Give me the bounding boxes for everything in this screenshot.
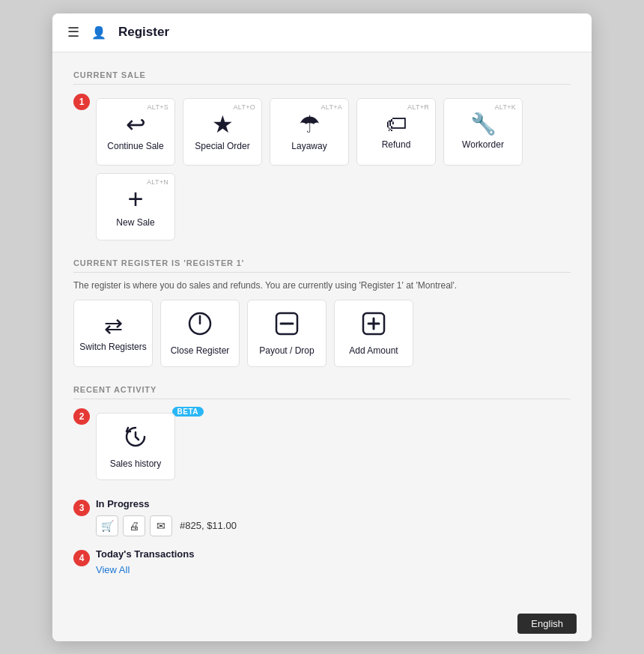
email-button[interactable]: ✉ [150,515,172,536]
language-button[interactable]: English [517,614,577,634]
main-window: ☰ 👤 Register CURRENT SALE 1 ALT+S ↩ Cont… [52,13,592,641]
continue-sale-label: Continue Sale [107,141,163,151]
todays-transactions-content: Today's Transactions View All [96,548,194,576]
in-progress-section: 3 In Progress 🛒 🖨 ✉ #825, $11.00 [73,498,571,536]
step-badge-1: 1 [73,94,90,110]
add-amount-button[interactable]: Add Amount [334,300,413,367]
workorder-button[interactable]: ALT+K 🔧 Workorder [443,98,523,166]
switch-registers-icon: ⇄ [104,315,123,337]
special-order-icon: ★ [212,112,234,136]
current-sale-row: 1 ALT+S ↩ Continue Sale ALT+O ★ Special … [73,92,571,240]
recent-activity-section: RECENT ACTIVITY 2 BETA [73,385,571,480]
payout-drop-label: Payout / Drop [259,345,314,356]
add-amount-label: Add Amount [349,345,398,356]
switch-registers-label: Switch Registers [79,342,146,352]
register-section: CURRENT REGISTER IS 'REGISTER 1' The reg… [73,258,571,367]
new-sale-icon: + [127,186,143,213]
main-content: CURRENT SALE 1 ALT+S ↩ Continue Sale ALT… [52,52,592,606]
todays-transactions-row: 4 Today's Transactions View All [73,548,571,576]
sales-history-icon [122,423,149,454]
header-title: Register [118,25,169,40]
refund-shortcut: ALT+R [407,103,429,111]
special-order-label: Special Order [195,141,249,151]
user-icon: 👤 [91,25,106,40]
recent-activity-header: RECENT ACTIVITY [73,385,571,399]
footer: English [52,606,592,641]
layaway-label: Layaway [291,141,326,151]
todays-transactions-section: 4 Today's Transactions View All [73,548,571,576]
in-progress-title: In Progress [96,498,237,509]
close-register-button[interactable]: Close Register [160,300,240,367]
payout-drop-icon [273,310,300,341]
refund-button[interactable]: ALT+R 🏷 Refund [356,98,436,166]
close-register-icon [186,310,213,341]
current-sale-section: CURRENT SALE 1 ALT+S ↩ Continue Sale ALT… [73,70,571,240]
new-sale-button[interactable]: ALT+N + New Sale [96,173,175,240]
register-info-text: The register is where you do sales and r… [73,280,571,291]
in-progress-content: In Progress 🛒 🖨 ✉ #825, $11.00 [96,498,237,536]
view-all-link[interactable]: View All [96,564,130,575]
step-badge-4: 4 [73,550,90,566]
continue-sale-icon: ↩ [126,112,146,136]
sales-history-wrap: BETA Sales history [96,413,175,480]
refund-icon: 🏷 [386,114,407,135]
workorder-label: Workorder [462,139,504,150]
special-order-button[interactable]: ALT+O ★ Special Order [183,98,262,166]
in-progress-row: 3 In Progress 🛒 🖨 ✉ #825, $11.00 [73,498,571,536]
in-progress-actions: 🛒 🖨 ✉ #825, $11.00 [96,515,237,536]
todays-title: Today's Transactions [96,548,194,560]
current-sale-header: CURRENT SALE [73,70,571,85]
layaway-shortcut: ALT+A [321,103,342,111]
recent-activity-row: 2 BETA Sa [73,407,571,480]
register-buttons: ⇄ Switch Registers Close Register [73,300,571,367]
switch-registers-button[interactable]: ⇄ Switch Registers [73,300,153,367]
sale-info: #825, $11.00 [180,520,237,531]
beta-badge: BETA [172,407,204,417]
continue-sale-button[interactable]: ALT+S ↩ Continue Sale [96,98,175,166]
step-badge-3: 3 [73,500,90,516]
new-sale-label: New Sale [116,217,154,228]
refund-label: Refund [382,139,411,150]
workorder-icon: 🔧 [470,114,496,135]
close-register-label: Close Register [171,345,230,356]
cart-button[interactable]: 🛒 [96,515,118,536]
register-header: CURRENT REGISTER IS 'REGISTER 1' [73,258,571,273]
layaway-icon: ☂ [299,112,321,136]
special-order-shortcut: ALT+O [234,103,255,111]
sales-history-label: Sales history [110,458,162,469]
step-badge-2: 2 [73,408,90,425]
add-amount-icon [360,310,387,341]
current-sale-buttons: ALT+S ↩ Continue Sale ALT+O ★ Special Or… [96,98,571,240]
layaway-button[interactable]: ALT+A ☂ Layaway [270,98,349,166]
hamburger-icon[interactable]: ☰ [67,24,79,40]
new-sale-shortcut: ALT+N [147,178,168,186]
workorder-shortcut: ALT+K [495,103,516,111]
payout-drop-button[interactable]: Payout / Drop [247,300,326,367]
recent-activity-buttons: BETA Sales history [96,413,175,480]
sales-history-button[interactable]: Sales history [96,413,175,480]
header: ☰ 👤 Register [52,13,592,52]
continue-sale-shortcut: ALT+S [148,103,168,111]
print-button[interactable]: 🖨 [123,515,145,536]
